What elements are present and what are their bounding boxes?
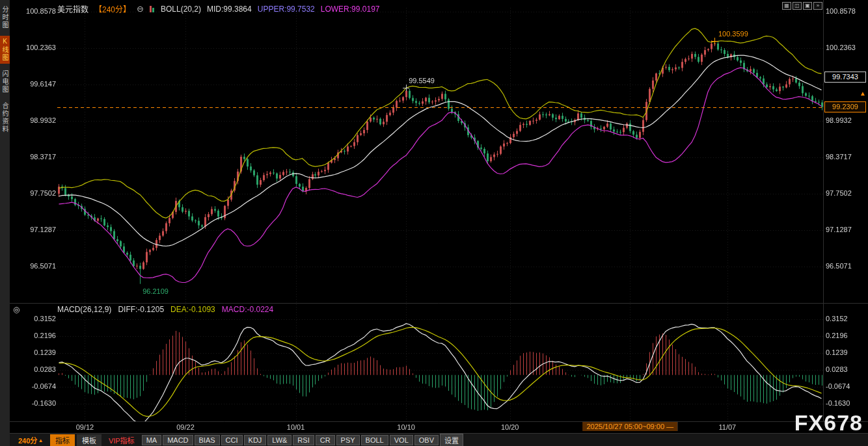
time-axis-label: 10/20	[501, 423, 519, 431]
app-window: 分时图K线图闪电图合约资料 美元指数 【240分】 ⊖ BOLL(20,2) M…	[0, 0, 868, 446]
toolbar-tabs: 指标模板VIP指标	[50, 434, 142, 446]
bottom-toolbar: 240分 ▴ 指标模板VIP指标 MAMACDBIASCCIKDJLW&RSIC…	[0, 433, 868, 446]
indicator-button-psy[interactable]: PSY	[336, 435, 360, 445]
indicator-buttons: MAMACDBIASCCIKDJLW&RSICRPSYBOLLVOLOBV设置	[142, 434, 465, 446]
sidebar-item-2[interactable]: K线图	[0, 36, 10, 64]
indicator-button-ma[interactable]: MA	[142, 435, 162, 445]
price-axis-label: 97.7502	[30, 189, 56, 197]
annotation-swing-low: 96.2109	[142, 287, 169, 295]
axis-tag-upper: 99.7343	[824, 72, 866, 83]
more-panels-icon[interactable]: »	[813, 2, 822, 10]
indicator-circle-icon[interactable]: ◎	[13, 305, 20, 314]
price-axis-label: 98.3717	[826, 153, 852, 161]
collapse-caret-icon[interactable]: ▴	[39, 437, 42, 443]
watermark: FX678	[794, 410, 863, 436]
indicator-button-bias[interactable]: BIAS	[195, 435, 220, 445]
left-price-axis: 100.8578100.236399.614798.993298.371797.…	[17, 0, 56, 421]
right-price-axis: 100.8578100.236398.993298.371797.750297.…	[826, 0, 866, 421]
selected-time-tooltip: 2025/10/27 05:00~09:00 —	[582, 422, 677, 431]
latest-bar-arrow-icon[interactable]: ▲	[860, 90, 866, 97]
indicator-button-cr[interactable]: CR	[316, 435, 335, 445]
macd-axis-label: -0.1630	[826, 399, 850, 407]
price-axis-label: 100.2363	[26, 44, 56, 51]
indicator-button-macd[interactable]: MACD	[163, 435, 193, 445]
time-axis-label: 09/12	[76, 423, 94, 431]
zoom-out-icon[interactable]: ⊖	[137, 4, 144, 14]
toolbar-tab-2[interactable]: 模板	[77, 434, 102, 446]
toolbar-period-label[interactable]: 240分	[18, 435, 37, 445]
price-axis-label: 98.9932	[30, 116, 56, 124]
price-axis-label: 100.2363	[826, 44, 856, 51]
quad-layout-icon[interactable]: ▦	[782, 2, 791, 10]
macd-axis-label: 0.2196	[34, 332, 56, 339]
price-axis-label: 99.6147	[30, 80, 56, 88]
indicator-button-cci[interactable]: CCI	[221, 435, 243, 445]
sidebar-item-3[interactable]: 闪电图	[0, 68, 10, 96]
indicator-button-rsi[interactable]: RSI	[293, 435, 314, 445]
indicator-button-lw&[interactable]: LW&	[267, 435, 292, 445]
macd-header: MACD(26,12,9) DIFF:-0.1205 DEA:-0.1093 M…	[57, 305, 273, 314]
chart-header: 美元指数 【240分】 ⊖ BOLL(20,2) MID:99.3864 UPP…	[57, 3, 380, 14]
boll-lower-value: LOWER:99.0197	[321, 5, 380, 14]
macd-axis-label: 0.0283	[826, 365, 848, 373]
price-axis-label: 96.5071	[30, 262, 56, 270]
time-axis-label: 09/22	[176, 423, 195, 431]
chart-type-sidebar: 分时图K线图闪电图合约资料	[0, 0, 10, 446]
annotation-local-high: 99.5549	[409, 77, 435, 85]
price-axis-label: 96.5071	[826, 262, 852, 270]
price-axis-label: 100.8578	[26, 7, 56, 15]
boll-mid-value: MID:99.3864	[207, 5, 252, 14]
dual-layout-icon[interactable]: ◫	[793, 2, 802, 10]
macd-axis-label: 0.3152	[34, 315, 56, 322]
macd-axis-label: -0.0674	[32, 382, 56, 390]
price-axis-label: 98.3717	[30, 153, 56, 161]
macd-axis-label: 0.2196	[826, 332, 848, 339]
price-axis-label: 100.8578	[826, 7, 856, 15]
macd-diff-value: DIFF:-0.1205	[118, 305, 164, 314]
main-chart-canvas[interactable]	[0, 0, 868, 446]
indicator-button-obv[interactable]: OBV	[414, 435, 439, 445]
toolbar-tab-1[interactable]: 指标	[50, 434, 75, 446]
period-tag: 【240分】	[94, 3, 131, 14]
price-axis-label: 98.9932	[826, 116, 852, 124]
sidebar-item-4[interactable]: 合约资料	[0, 100, 10, 135]
boll-indicator-label: BOLL(20,2)	[161, 5, 201, 14]
macd-dea-value: DEA:-0.1093	[170, 305, 215, 314]
window-layout-controls: ▦◫▣»	[782, 2, 822, 10]
macd-axis-label: -0.0674	[826, 382, 850, 390]
macd-axis-label: -0.1630	[32, 399, 56, 407]
macd-axis-label: 0.1239	[826, 348, 848, 356]
last-price-tag: 99.2309	[824, 101, 866, 112]
price-axis-label: 97.1287	[30, 226, 56, 233]
time-axis-label: 10/01	[287, 423, 305, 431]
indicator-button-vol[interactable]: VOL	[390, 435, 413, 445]
boll-upper-value: UPPER:99.7532	[258, 5, 315, 14]
macd-hist-value: MACD:-0.0224	[222, 305, 273, 314]
time-axis-label: 11/07	[719, 423, 737, 431]
time-axis-label: 10/10	[397, 423, 415, 431]
annotation-swing-high: 100.3599	[718, 30, 748, 38]
macd-indicator-label: MACD(26,12,9)	[57, 305, 111, 314]
candlestick-chart-icon[interactable]	[150, 5, 155, 12]
time-axis: 09/1209/2210/0110/1010/2011/07	[0, 423, 868, 433]
symbol-title: 美元指数	[57, 3, 88, 14]
indicator-button-kdj[interactable]: KDJ	[244, 435, 267, 445]
settings-button[interactable]: 设置	[440, 434, 463, 446]
macd-axis-label: 0.1239	[34, 348, 56, 356]
price-axis-label: 97.1287	[826, 226, 852, 233]
macd-axis-label: 0.0283	[34, 365, 56, 373]
price-axis-label: 97.7502	[826, 189, 852, 197]
single-layout-icon[interactable]: ▣	[803, 2, 812, 10]
sidebar-item-1[interactable]: 分时图	[0, 4, 10, 31]
macd-axis-label: 0.3152	[826, 315, 848, 322]
toolbar-tab-3[interactable]: VIP指标	[103, 434, 140, 446]
indicator-button-boll[interactable]: BOLL	[361, 435, 388, 445]
